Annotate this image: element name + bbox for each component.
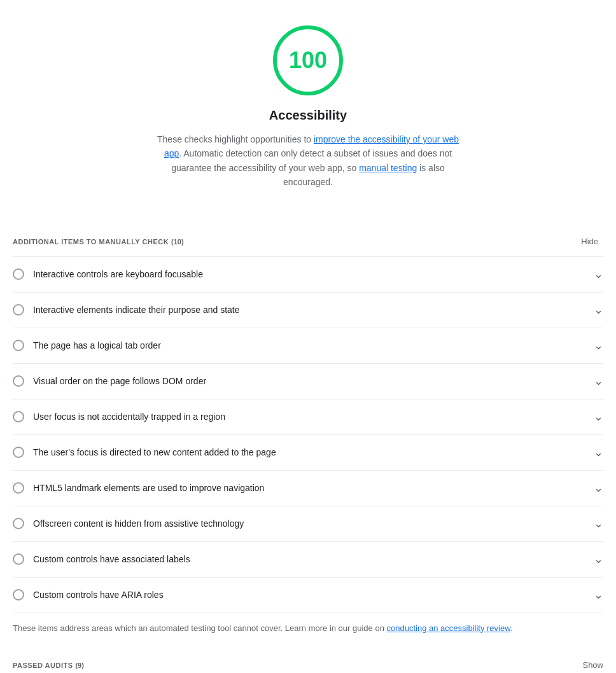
audit-item-4[interactable]: User focus is not accidentally trapped i… <box>13 399 603 435</box>
footer-note: These items address areas which an autom… <box>13 613 603 644</box>
audit-item-left-5: The user's focus is directed to new cont… <box>13 446 586 459</box>
chevron-down-icon-6: ⌄ <box>594 480 603 497</box>
audit-item-0[interactable]: Interactive controls are keyboard focusa… <box>13 257 603 293</box>
chevron-down-icon-9: ⌄ <box>594 586 603 604</box>
manual-check-title-group: ADDITIONAL ITEMS TO MANUALLY CHECK (10) <box>13 235 184 248</box>
chevron-down-icon-1: ⌄ <box>594 302 603 319</box>
passed-audits-section: PASSED AUDITS (9) Show <box>13 643 603 673</box>
score-description: These checks highlight opportunities to … <box>155 132 461 190</box>
audit-item-9[interactable]: Custom controls have ARIA roles ⌄ <box>13 578 603 613</box>
audit-circle-0 <box>13 268 24 280</box>
audit-label-2: The page has a logical tab order <box>33 339 161 352</box>
footer-text-before: These items address areas which an autom… <box>13 623 387 633</box>
audit-label-0: Interactive controls are keyboard focusa… <box>33 268 203 281</box>
audit-item-left-4: User focus is not accidentally trapped i… <box>13 410 586 424</box>
audit-label-7: Offscreen content is hidden from assisti… <box>33 517 244 531</box>
audit-label-5: The user's focus is directed to new cont… <box>33 446 276 459</box>
audit-label-6: HTML5 landmark elements are used to impr… <box>33 482 264 495</box>
audit-item-left-1: Interactive elements indicate their purp… <box>13 303 586 317</box>
audit-circle-7 <box>13 518 24 529</box>
audit-circle-5 <box>13 447 24 458</box>
passed-audits-count: (9) <box>75 662 83 669</box>
manual-check-header: ADDITIONAL ITEMS TO MANUALLY CHECK (10) … <box>13 221 603 257</box>
chevron-down-icon-4: ⌄ <box>594 408 603 426</box>
audit-circle-6 <box>13 482 24 494</box>
audit-circle-1 <box>13 304 24 316</box>
chevron-down-icon-0: ⌄ <box>594 266 603 283</box>
audit-item-left-0: Interactive controls are keyboard focusa… <box>13 268 586 281</box>
score-title: Accessibility <box>269 106 347 125</box>
chevron-down-icon-8: ⌄ <box>594 551 603 568</box>
score-circle: 100 <box>273 25 343 95</box>
audit-item-left-9: Custom controls have ARIA roles <box>13 588 586 602</box>
audit-label-8: Custom controls have associated labels <box>33 553 190 566</box>
audit-item-1[interactable]: Interactive elements indicate their purp… <box>13 293 603 328</box>
manual-testing-link[interactable]: manual testing <box>359 163 417 173</box>
description-text-1: These checks highlight opportunities to <box>157 134 314 144</box>
chevron-down-icon-7: ⌄ <box>594 515 603 532</box>
audit-item-3[interactable]: Visual order on the page follows DOM ord… <box>13 364 603 399</box>
passed-audits-title: PASSED AUDITS <box>13 662 73 669</box>
audit-label-9: Custom controls have ARIA roles <box>33 588 164 602</box>
passed-audits-header: PASSED AUDITS (9) Show <box>13 658 603 672</box>
accessibility-review-link[interactable]: conducting an accessibility review <box>387 623 510 633</box>
audit-item-left-8: Custom controls have associated labels <box>13 553 586 566</box>
manual-check-title: ADDITIONAL ITEMS TO MANUALLY CHECK <box>13 238 169 246</box>
audit-label-3: Visual order on the page follows DOM ord… <box>33 375 206 388</box>
audit-item-6[interactable]: HTML5 landmark elements are used to impr… <box>13 471 603 506</box>
manual-check-section: ADDITIONAL ITEMS TO MANUALLY CHECK (10) … <box>13 221 603 644</box>
passed-audits-show-button[interactable]: Show <box>582 660 603 670</box>
audit-item-left-7: Offscreen content is hidden from assisti… <box>13 517 586 531</box>
audit-circle-4 <box>13 411 24 422</box>
audit-item-7[interactable]: Offscreen content is hidden from assisti… <box>13 506 603 542</box>
chevron-down-icon-2: ⌄ <box>594 337 603 354</box>
audit-label-1: Interactive elements indicate their purp… <box>33 303 240 317</box>
audit-item-left-6: HTML5 landmark elements are used to impr… <box>13 482 586 495</box>
audit-item-left-3: Visual order on the page follows DOM ord… <box>13 375 586 388</box>
score-section: 100 Accessibility These checks highlight… <box>13 0 603 209</box>
chevron-down-icon-3: ⌄ <box>594 373 603 390</box>
chevron-down-icon-5: ⌄ <box>594 444 603 461</box>
audit-item-2[interactable]: The page has a logical tab order ⌄ <box>13 328 603 364</box>
audit-label-4: User focus is not accidentally trapped i… <box>33 410 225 424</box>
audit-item-8[interactable]: Custom controls have associated labels ⌄ <box>13 542 603 578</box>
audit-item-5[interactable]: The user's focus is directed to new cont… <box>13 435 603 471</box>
manual-check-count: (10) <box>171 238 184 246</box>
audit-item-left-2: The page has a logical tab order <box>13 339 586 352</box>
passed-audits-title-group: PASSED AUDITS (9) <box>13 658 84 672</box>
audit-circle-8 <box>13 553 24 565</box>
footer-text-after: . <box>510 623 513 633</box>
audit-circle-2 <box>13 340 24 351</box>
audit-circle-3 <box>13 375 24 387</box>
audit-circle-9 <box>13 589 24 600</box>
hide-button[interactable]: Hide <box>576 234 603 249</box>
score-number: 100 <box>289 43 327 78</box>
audit-list: Interactive controls are keyboard focusa… <box>13 257 603 613</box>
